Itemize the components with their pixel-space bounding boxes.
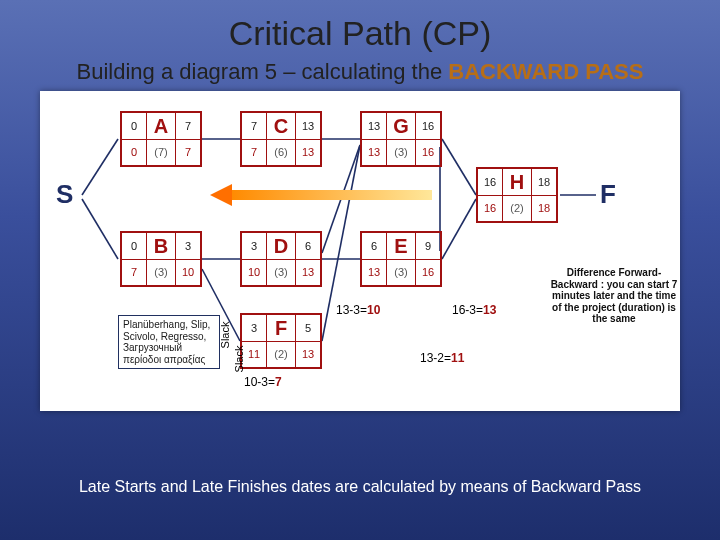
start-node: S: [56, 179, 73, 210]
calc-F: 13-2=11: [420, 351, 464, 365]
C-ls: 7: [242, 139, 266, 165]
D-ls: 10: [242, 259, 266, 285]
F-es: 3: [242, 315, 266, 341]
backward-arrow: [210, 184, 432, 206]
calc-F-r: 11: [451, 351, 464, 365]
footer-text: Late Starts and Late Finishes dates are …: [0, 478, 720, 496]
calc-B: 10-3=7: [244, 375, 282, 389]
E-dur: (3): [386, 259, 416, 285]
node-E: 6 E 9 13 (3) 16: [360, 231, 442, 287]
A-ef: 7: [176, 113, 200, 139]
diagram-canvas: S F 0 A 7 0 (7) 7 7 C 13 7 (6) 13 13: [40, 91, 680, 411]
calc-E-r: 13: [483, 303, 496, 317]
calc-D: 13-3=10: [336, 303, 380, 317]
F-name: F: [266, 315, 296, 341]
calc-B-lhs: 10-3=: [244, 375, 275, 389]
H-name: H: [502, 169, 532, 195]
H-dur: (2): [502, 195, 532, 221]
node-G: 13 G 16 13 (3) 16: [360, 111, 442, 167]
node-D: 3 D 6 10 (3) 13: [240, 231, 322, 287]
B-ls: 7: [122, 259, 146, 285]
G-name: G: [386, 113, 416, 139]
node-H: 16 H 18 16 (2) 18: [476, 167, 558, 223]
G-ef: 16: [416, 113, 440, 139]
slide-title: Critical Path (CP): [0, 0, 720, 59]
H-es: 16: [478, 169, 502, 195]
subtitle-text: Building a diagram 5 – calculating the: [77, 59, 449, 84]
C-name: C: [266, 113, 296, 139]
G-lf: 16: [416, 139, 440, 165]
E-lf: 16: [416, 259, 440, 285]
H-lf: 18: [532, 195, 556, 221]
D-es: 3: [242, 233, 266, 259]
D-name: D: [266, 233, 296, 259]
node-A: 0 A 7 0 (7) 7: [120, 111, 202, 167]
calc-B-r: 7: [275, 375, 282, 389]
subtitle-backward: BACKWARD PASS: [448, 59, 643, 84]
C-es: 7: [242, 113, 266, 139]
finish-node: F: [600, 179, 616, 210]
calc-F-lhs: 13-2=: [420, 351, 451, 365]
calc-D-r: 10: [367, 303, 380, 317]
F-ef: 5: [296, 315, 320, 341]
node-C: 7 C 13 7 (6) 13: [240, 111, 322, 167]
D-ef: 6: [296, 233, 320, 259]
B-ef: 3: [176, 233, 200, 259]
A-dur: (7): [146, 139, 176, 165]
A-ls: 0: [122, 139, 146, 165]
B-dur: (3): [146, 259, 176, 285]
C-ef: 13: [296, 113, 320, 139]
E-ef: 9: [416, 233, 440, 259]
H-ef: 18: [532, 169, 556, 195]
G-dur: (3): [386, 139, 416, 165]
node-B: 0 B 3 7 (3) 10: [120, 231, 202, 287]
slack-label-2: Slack: [233, 346, 245, 373]
node-F: 3 F 5 11 (2) 13: [240, 313, 322, 369]
diagram-container: S F 0 A 7 0 (7) 7 7 C 13 7 (6) 13 13: [40, 91, 680, 411]
G-ls: 13: [362, 139, 386, 165]
B-lf: 10: [176, 259, 200, 285]
arrow-shaft: [230, 190, 432, 200]
F-dur: (2): [266, 341, 296, 367]
calc-E: 16-3=13: [452, 303, 496, 317]
F-ls: 11: [242, 341, 266, 367]
G-es: 13: [362, 113, 386, 139]
D-lf: 13: [296, 259, 320, 285]
B-name: B: [146, 233, 176, 259]
slack-label-1: Slack: [219, 322, 231, 349]
A-lf: 7: [176, 139, 200, 165]
slide-subtitle: Building a diagram 5 – calculating the B…: [0, 59, 720, 85]
slack-synonyms-box: Planüberhang, Slip, Scivolo, Regresso, З…: [118, 315, 220, 369]
calc-E-lhs: 16-3=: [452, 303, 483, 317]
C-dur: (6): [266, 139, 296, 165]
C-lf: 13: [296, 139, 320, 165]
E-name: E: [386, 233, 416, 259]
F-lf: 13: [296, 341, 320, 367]
B-es: 0: [122, 233, 146, 259]
A-name: A: [146, 113, 176, 139]
E-es: 6: [362, 233, 386, 259]
E-ls: 13: [362, 259, 386, 285]
D-dur: (3): [266, 259, 296, 285]
arrow-head-icon: [210, 184, 232, 206]
difference-note: Difference Forward-Backward : you can st…: [548, 263, 680, 329]
H-ls: 16: [478, 195, 502, 221]
A-es: 0: [122, 113, 146, 139]
calc-D-lhs: 13-3=: [336, 303, 367, 317]
